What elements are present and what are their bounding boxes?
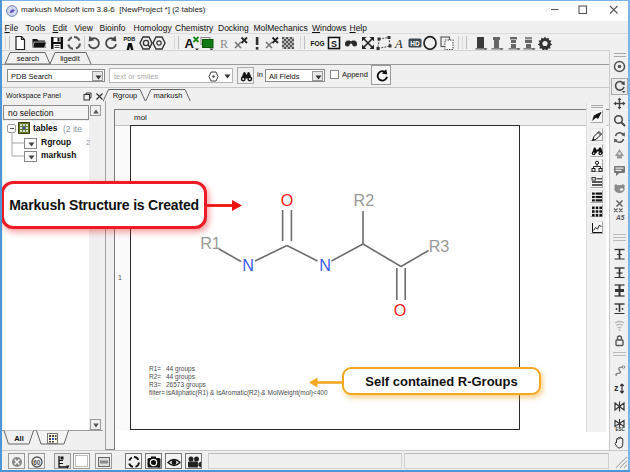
svg-text:R1: R1 <box>200 234 221 252</box>
svg-text:60: 60 <box>33 458 41 465</box>
svg-text:A5: A5 <box>615 214 625 221</box>
svg-text:ESC: ESC <box>616 427 626 431</box>
svg-text:N: N <box>242 256 254 274</box>
svg-text:O: O <box>394 301 407 319</box>
svg-text:R3: R3 <box>429 237 450 255</box>
svg-text:R2: R2 <box>353 191 374 209</box>
svg-text:N: N <box>319 256 331 274</box>
svg-text:O: O <box>281 191 294 209</box>
svg-text:z: z <box>614 383 619 393</box>
